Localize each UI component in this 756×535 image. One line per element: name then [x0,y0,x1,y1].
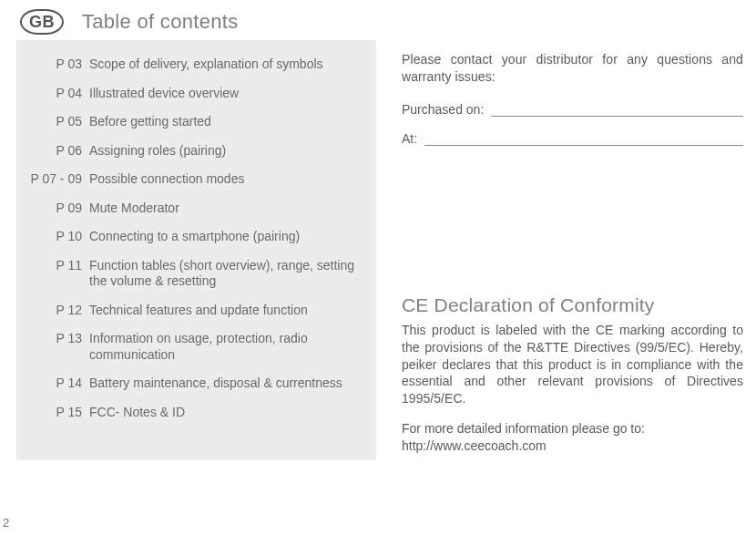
toc-title: Possible connection modes [89,171,362,188]
purchased-on-label: Purchased on: [402,102,484,117]
toc-row: P 13 Information on usage, protection, r… [29,331,362,363]
toc-page: P 09 [29,201,89,217]
ce-declaration-block: CE Declaration of Conformity This produc… [402,294,743,460]
toc-row: P 10 Connecting to a smartphone (pairing… [29,229,362,245]
language-badge-text: GB [29,13,55,32]
toc-page: P 15 [29,405,89,421]
ce-url: http://www.ceecoach.com [402,437,743,455]
toc-page: P 11 [29,258,89,290]
toc-title: Before getting started [89,114,362,130]
main-content: P 03 Scope of delivery, explanation of s… [0,36,756,460]
right-column: Please contact your distributor for any … [402,40,747,460]
language-badge: GB [20,9,64,35]
at-line[interactable] [424,133,743,146]
toc-row: P 12 Technical features and update funct… [29,303,362,319]
purchased-on-line[interactable] [491,104,743,117]
toc-page: P 03 [29,57,89,73]
toc-title: Information on usage, protection, radio … [89,331,362,363]
toc-row: P 11 Function tables (short overview), r… [29,258,362,290]
at-label: At: [402,131,417,146]
toc-row: P 14 Battery maintenance, disposal & cur… [29,376,362,392]
toc-page: P 14 [29,376,89,392]
toc-row: P 07 - 09 Possible connection modes [29,171,362,188]
ce-more-label: For more detailed information please go … [402,420,743,437]
toc-page: P 13 [29,331,89,363]
spacer [402,160,743,294]
toc-row: P 03 Scope of delivery, explanation of s… [29,57,362,73]
toc-title: Assigning roles (pairing) [89,143,362,159]
purchased-on-field: Purchased on: [402,102,743,117]
toc-title: Connecting to a smartphone (pairing) [89,229,362,245]
toc-title: Illustrated device overview [89,86,362,102]
header: GB Table of contents [0,0,756,36]
toc-row: P 04 Illustrated device overview [29,86,362,102]
toc-page: P 07 - 09 [29,171,89,188]
toc-row: P 15 FCC- Notes & ID [29,405,362,421]
toc-page: P 05 [29,114,89,130]
toc-title: Battery maintenance, disposal & currentn… [89,376,362,392]
contact-text: Please contact your distributor for any … [402,51,743,86]
toc-page: P 12 [29,303,89,319]
toc-row: P 06 Assigning roles (pairing) [29,143,362,159]
toc-title: Scope of delivery, explanation of symbol… [89,57,362,73]
toc-row: P 09 Mute Moderator [29,201,362,217]
toc-title: Mute Moderator [89,201,362,217]
toc-title: FCC- Notes & ID [89,405,362,421]
toc-panel: P 03 Scope of delivery, explanation of s… [16,40,376,460]
page-title: Table of contents [82,10,238,34]
toc-page: P 04 [29,86,89,102]
page-number: 2 [3,516,9,530]
toc-page: P 10 [29,229,89,245]
ce-more-info: For more detailed information please go … [402,420,743,455]
toc-title: Technical features and update function [89,303,362,319]
at-field: At: [402,131,743,146]
toc-title: Function tables (short overview), range,… [89,258,362,290]
ce-heading: CE Declaration of Conformity [402,294,743,316]
toc-row: P 05 Before getting started [29,114,362,130]
ce-body: This product is labeled with the CE mark… [402,322,743,407]
toc-page: P 06 [29,143,89,159]
